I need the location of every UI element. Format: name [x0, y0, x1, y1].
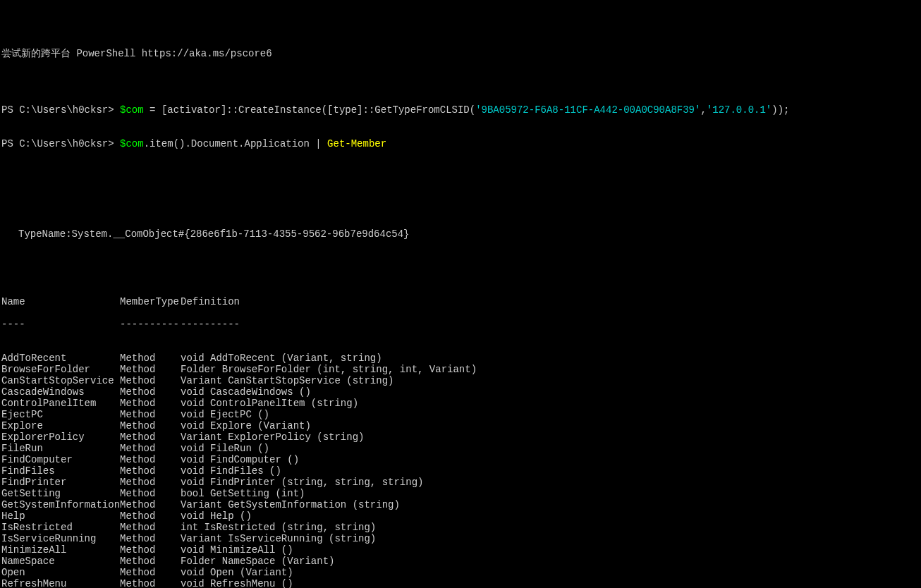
- table-row: AddToRecentMethodvoid AddToRecent (Varia…: [1, 353, 920, 364]
- command-line-1[interactable]: PS C:\Users\h0cksr> $com = [activator]::…: [1, 104, 920, 116]
- table-row: MinimizeAllMethodvoid MinimizeAll (): [1, 544, 920, 556]
- member-name: GetSystemInformation: [1, 499, 120, 510]
- member-name: IsRestricted: [1, 522, 120, 533]
- ps-variable: $com: [120, 104, 144, 116]
- member-name: CascadeWindows: [1, 386, 120, 398]
- member-definition: void RefreshMenu (): [181, 578, 293, 588]
- member-definition: void FindFiles (): [181, 465, 281, 477]
- ps-suffix: ));: [771, 104, 789, 116]
- table-row: BrowseForFolderMethodFolder BrowseForFol…: [1, 364, 920, 375]
- member-type: Method: [120, 443, 181, 454]
- member-type: Method: [120, 556, 181, 567]
- member-definition: void FindPrinter (string, string, string…: [181, 477, 423, 488]
- member-name: FindFiles: [1, 465, 120, 477]
- ps-code: [activator]::CreateInstance([type]::GetT…: [161, 104, 475, 116]
- table-row: EjectPCMethodvoid EjectPC (): [1, 409, 920, 420]
- member-type: Method: [120, 510, 181, 522]
- dash-type: ----------: [120, 319, 181, 330]
- member-table-body: AddToRecentMethodvoid AddToRecent (Varia…: [1, 353, 920, 588]
- member-definition: Variant ExplorerPolicy (string): [181, 431, 364, 443]
- member-type: Method: [120, 386, 181, 398]
- member-type: Method: [120, 398, 181, 409]
- table-row: NameSpaceMethodFolder NameSpace (Variant…: [1, 556, 920, 567]
- member-definition: bool GetSetting (int): [181, 488, 305, 499]
- prompt-path: PS C:\Users\h0cksr>: [1, 104, 114, 116]
- member-name: FindComputer: [1, 454, 120, 465]
- table-row: ControlPanelItemMethodvoid ControlPanelI…: [1, 398, 920, 409]
- member-definition: Variant GetSystemInformation (string): [181, 499, 400, 510]
- blank-line: [1, 71, 920, 82]
- member-definition: Variant CanStartStopService (string): [181, 375, 394, 386]
- member-definition: void Help (): [181, 510, 252, 522]
- ps-operator: =: [144, 104, 161, 116]
- ps-string: '9BA05972-F6A8-11CF-A442-00A0C90A8F39': [475, 104, 700, 116]
- table-row: HelpMethodvoid Help (): [1, 510, 920, 522]
- dash-def: ----------: [181, 319, 240, 330]
- member-type: Method: [120, 364, 181, 375]
- header-line: 尝试新的跨平台 PowerShell https://aka.ms/pscore…: [1, 48, 920, 59]
- member-name: ControlPanelItem: [1, 398, 120, 409]
- member-type: Method: [120, 488, 181, 499]
- member-name: IsServiceRunning: [1, 533, 120, 544]
- member-definition: void FileRun (): [181, 443, 269, 454]
- member-type: Method: [120, 477, 181, 488]
- ps-variable: $com: [120, 138, 144, 149]
- member-type: Method: [120, 454, 181, 465]
- member-definition: void CascadeWindows (): [181, 386, 311, 398]
- header-def: Definition: [181, 296, 240, 307]
- command-line-2[interactable]: PS C:\Users\h0cksr> $com.item().Document…: [1, 138, 920, 149]
- member-name: ExplorerPolicy: [1, 431, 120, 443]
- member-type: Method: [120, 578, 181, 588]
- member-name: GetSetting: [1, 488, 120, 499]
- table-row: ExplorerPolicyMethodVariant ExplorerPoli…: [1, 431, 920, 443]
- table-dash-row: ------------------------: [1, 319, 920, 330]
- member-name: AddToRecent: [1, 353, 120, 364]
- table-row: GetSettingMethodbool GetSetting (int): [1, 488, 920, 499]
- member-definition: Variant IsServiceRunning (string): [181, 533, 376, 544]
- table-header-row: NameMemberTypeDefinition: [1, 296, 920, 307]
- table-row: RefreshMenuMethodvoid RefreshMenu (): [1, 578, 920, 588]
- member-definition: Folder BrowseForFolder (int, string, int…: [181, 364, 477, 375]
- table-row: GetSystemInformationMethodVariant GetSys…: [1, 499, 920, 510]
- member-type: Method: [120, 375, 181, 386]
- table-row: FileRunMethodvoid FileRun (): [1, 443, 920, 454]
- ps-comma: ,: [700, 104, 706, 116]
- ps-cmdlet: Get-Member: [327, 138, 386, 149]
- member-definition: void AddToRecent (Variant, string): [181, 353, 382, 364]
- member-type: Method: [120, 465, 181, 477]
- member-type: Method: [120, 353, 181, 364]
- member-definition: void EjectPC (): [181, 409, 269, 420]
- member-type: Method: [120, 567, 181, 578]
- member-name: Explore: [1, 420, 120, 431]
- member-name: FileRun: [1, 443, 120, 454]
- member-name: Open: [1, 567, 120, 578]
- table-row: FindPrinterMethodvoid FindPrinter (strin…: [1, 477, 920, 488]
- member-type: Method: [120, 431, 181, 443]
- table-row: FindFilesMethodvoid FindFiles (): [1, 465, 920, 477]
- member-name: MinimizeAll: [1, 544, 120, 556]
- dash-name: ----: [1, 319, 120, 330]
- member-type: Method: [120, 533, 181, 544]
- member-name: RefreshMenu: [1, 578, 120, 588]
- member-name: CanStartStopService: [1, 375, 120, 386]
- blank-line: [1, 262, 920, 274]
- table-row: CascadeWindowsMethodvoid CascadeWindows …: [1, 386, 920, 398]
- table-row: CanStartStopServiceMethodVariant CanStar…: [1, 375, 920, 386]
- member-definition: void Explore (Variant): [181, 420, 311, 431]
- member-type: Method: [120, 409, 181, 420]
- member-type: Method: [120, 499, 181, 510]
- ps-string: '127.0.0.1': [707, 104, 771, 116]
- member-definition: Folder NameSpace (Variant): [181, 556, 334, 567]
- member-definition: void MinimizeAll (): [181, 544, 293, 556]
- member-name: EjectPC: [1, 409, 120, 420]
- blank-line: [1, 172, 920, 183]
- table-row: IsRestrictedMethodint IsRestricted (stri…: [1, 522, 920, 533]
- member-name: Help: [1, 510, 120, 522]
- prompt-path: PS C:\Users\h0cksr>: [1, 138, 114, 149]
- table-row: ExploreMethodvoid Explore (Variant): [1, 420, 920, 431]
- member-type: Method: [120, 522, 181, 533]
- member-definition: void Open (Variant): [181, 567, 293, 578]
- member-definition: void FindComputer (): [181, 454, 299, 465]
- member-type: Method: [120, 420, 181, 431]
- member-definition: int IsRestricted (string, string): [181, 522, 376, 533]
